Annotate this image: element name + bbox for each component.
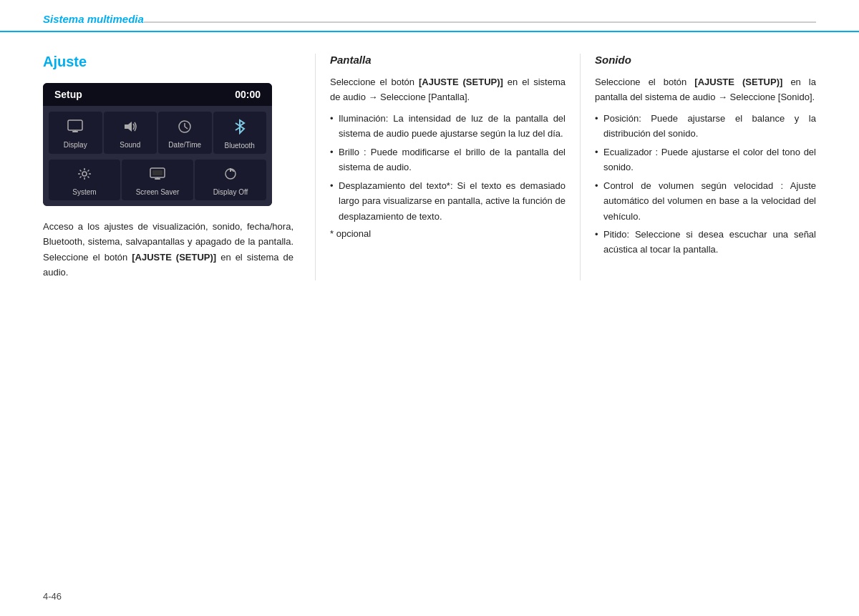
page-container: Sistema multimedia Ajuste Setup 00:00 <box>0 0 859 616</box>
svg-rect-13 <box>152 170 162 175</box>
list-item: Ecualizador : Puede ajustarse el color d… <box>595 145 816 175</box>
setup-grid-row1: Display Sound <box>43 106 272 160</box>
setup-item-display[interactable]: Display <box>49 112 102 154</box>
list-item: Iluminación: La intensidad de luz de la … <box>330 111 566 142</box>
ajuste-title: Ajuste <box>43 54 293 70</box>
pantalla-bullets: Iluminación: La intensidad de luz de la … <box>330 111 566 224</box>
list-item: Brillo : Puede modificarse el brillo de … <box>330 145 566 175</box>
setup-item-display-label: Display <box>64 141 87 149</box>
setup-screen-title: Setup <box>54 89 82 100</box>
setup-item-system[interactable]: System <box>49 160 120 200</box>
setup-screen-header: Setup 00:00 <box>43 83 272 106</box>
sound-icon <box>122 119 138 138</box>
sonido-title: Sonido <box>595 54 816 66</box>
setup-item-datetime-label: Date/Time <box>168 141 201 149</box>
main-content: Ajuste Setup 00:00 <box>0 32 859 295</box>
header-line <box>144 21 816 23</box>
list-item: Posición: Puede ajustarse el balance y l… <box>595 111 816 142</box>
svg-rect-0 <box>68 120 82 130</box>
displayoff-icon <box>223 167 238 185</box>
svg-point-9 <box>82 172 87 176</box>
setup-item-screensaver-label: Screen Saver <box>136 188 180 196</box>
setup-item-datetime[interactable]: Date/Time <box>158 112 212 154</box>
page-number: 4-46 <box>43 591 62 602</box>
col-pantalla: Pantalla Seleccione el botón [AJUSTE (SE… <box>315 54 580 280</box>
list-item: Pitido: Seleccione si desea escuchar una… <box>595 227 816 258</box>
setup-item-displayoff[interactable]: Display Off <box>195 160 266 200</box>
setup-item-sound-label: Sound <box>120 141 140 149</box>
setup-screen-time: 00:00 <box>235 89 261 100</box>
svg-line-6 <box>185 127 188 129</box>
pantalla-title: Pantalla <box>330 54 566 66</box>
svg-marker-3 <box>125 122 132 132</box>
list-item: Control de volumen según velocidad : Aju… <box>595 178 816 224</box>
col-ajuste: Ajuste Setup 00:00 <box>43 54 315 280</box>
datetime-icon <box>177 119 193 138</box>
col-sonido: Sonido Seleccione el botón [AJUSTE (SETU… <box>580 54 816 280</box>
setup-grid-row2: System Screen Saver <box>43 160 272 206</box>
setup-item-bluetooth-label: Bluetooth <box>225 142 255 150</box>
pantalla-intro: Seleccione el botón [AJUSTE (SETUP)] en … <box>330 74 566 105</box>
sonido-intro: Seleccione el botón [AJUSTE (SETUP)] en … <box>595 74 816 105</box>
bluetooth-icon <box>233 119 246 139</box>
pantalla-footnote: * opcional <box>330 228 566 239</box>
header-title: Sistema multimedia <box>43 13 144 31</box>
setup-item-screensaver[interactable]: Screen Saver <box>122 160 193 200</box>
setup-item-displayoff-label: Display Off <box>213 188 248 196</box>
svg-rect-1 <box>72 131 78 132</box>
system-icon <box>77 167 92 185</box>
setup-item-system-label: System <box>72 188 96 196</box>
setup-item-sound[interactable]: Sound <box>104 112 157 154</box>
list-item: Desplazamiento del texto*: Si el texto e… <box>330 178 566 224</box>
sonido-bullets: Posición: Puede ajustarse el balance y l… <box>595 111 816 258</box>
svg-rect-11 <box>155 178 160 180</box>
header: Sistema multimedia <box>0 0 859 32</box>
ajuste-description: Acceso a los ajustes de visualización, s… <box>43 219 293 280</box>
screensaver-icon <box>150 167 165 185</box>
setup-item-bluetooth[interactable]: Bluetooth <box>213 112 267 154</box>
footer: 4-46 <box>43 591 62 602</box>
setup-screen: Setup 00:00 Display <box>43 83 272 206</box>
display-icon <box>67 119 83 138</box>
